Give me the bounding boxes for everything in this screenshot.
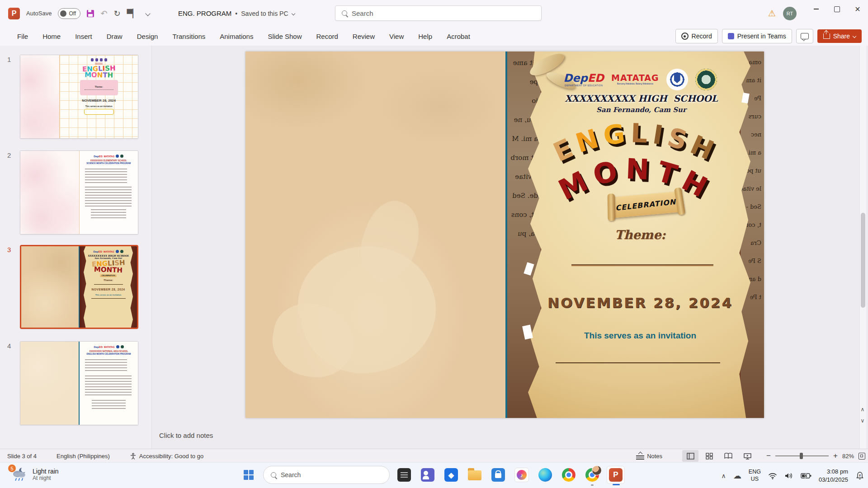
- slide-1-number: 1: [7, 56, 11, 63]
- thumb3-invite: This serves as an invitation: [95, 294, 121, 296]
- toggle-knob-icon: [60, 10, 66, 17]
- document-title-group[interactable]: ENG. PROGRAM • Saved to this PC: [178, 9, 295, 17]
- ribbon-tab-slide-show[interactable]: Slide Show: [260, 27, 309, 46]
- ribbon-tab-draw[interactable]: Draw: [99, 27, 130, 46]
- restore-button[interactable]: [826, 0, 847, 18]
- autosave-toggle[interactable]: Off: [58, 8, 80, 19]
- invitation-text[interactable]: This serves as an invitation: [543, 331, 737, 341]
- ribbon-tab-view[interactable]: View: [382, 27, 411, 46]
- ribbon-tab-insert[interactable]: Insert: [68, 27, 99, 46]
- start-slideshow-icon[interactable]: ▀▏: [127, 9, 139, 19]
- reading-view-button[interactable]: [720, 450, 736, 462]
- minimize-button[interactable]: [806, 0, 826, 18]
- terminal-app-icon[interactable]: [395, 466, 413, 484]
- slide-position[interactable]: Slide 3 of 4: [7, 453, 37, 460]
- signature-blank-line[interactable]: [556, 362, 720, 363]
- powerpoint-taskbar-icon-active[interactable]: P: [607, 466, 625, 484]
- zoom-in-button[interactable]: +: [833, 451, 838, 460]
- slide-right-page[interactable]: sit amepeiorcu, nea mi. Mnt morbe vitaed…: [507, 52, 764, 418]
- chrome-browser-icon[interactable]: [560, 466, 578, 484]
- ribbon-tab-home[interactable]: Home: [35, 27, 68, 46]
- weather-time: At night: [33, 475, 59, 481]
- account-avatar[interactable]: RT: [783, 7, 797, 20]
- battery-charging-icon[interactable]: [801, 473, 811, 479]
- clock-widget[interactable]: 3:08 pm 03/10/2025: [819, 468, 848, 483]
- share-button[interactable]: Share: [817, 29, 862, 43]
- slide-thumbnail-3-selected[interactable]: DepEDMATATAG XXXXXXXXXX HIGH SCHOOL San …: [20, 245, 138, 329]
- fit-slide-to-window-button[interactable]: [859, 453, 865, 460]
- warning-icon[interactable]: ⚠: [768, 8, 776, 19]
- ribbon-tab-bar: FileHomeInsertDrawDesignTransitionsAnima…: [0, 27, 868, 46]
- event-date-text[interactable]: NOVEMBER 28, 2024: [534, 295, 746, 311]
- school-location-text[interactable]: San Fernando, Cam Sur: [543, 106, 739, 114]
- language-status[interactable]: English (Philippines): [57, 453, 110, 460]
- ribbon-tab-transitions[interactable]: Transitions: [165, 27, 212, 46]
- slide-thumbnail-2[interactable]: DepEDMATATAG XXXXXXXXX ELEMENTARY SCHOOL…: [20, 150, 138, 235]
- record-button[interactable]: Record: [675, 29, 718, 43]
- ribbon-tab-file[interactable]: File: [10, 27, 35, 46]
- slide-thumbnail-1[interactable]: ▒▒▒▒▒▒ ENGLISH MONTH Theme: NOVEMBER 28,…: [20, 55, 138, 139]
- teams-icon: [728, 33, 734, 39]
- slide-thumbnail-4[interactable]: DepEDMATATAG XXXXXXXXX NATIONAL HIGH SCH…: [20, 341, 138, 425]
- search-box[interactable]: Search: [335, 5, 542, 21]
- weather-widget[interactable]: 5 Light rain At night: [10, 465, 59, 483]
- slide-sorter-view-button[interactable]: [701, 450, 717, 462]
- show-hidden-icons-chevron[interactable]: ∧: [722, 472, 726, 479]
- tray-date: 03/10/2025: [819, 476, 848, 484]
- zoom-slider-thumb[interactable]: [800, 453, 803, 459]
- save-icon[interactable]: [87, 10, 94, 17]
- restore-icon: [834, 6, 840, 12]
- notifications-dnd-bell-icon[interactable]: z: [855, 471, 864, 480]
- language-switcher[interactable]: ENGUS: [749, 469, 761, 483]
- dropbox-app-icon[interactable]: ◆: [442, 466, 460, 484]
- normal-view-button[interactable]: [682, 450, 698, 462]
- teams-app-icon[interactable]: [419, 466, 437, 484]
- volume-icon[interactable]: [784, 472, 793, 479]
- slide-editing-canvas[interactable]: sit amepeiorcu, nea mi. Mnt morbe vitaed…: [152, 46, 868, 449]
- taskbar-search-box[interactable]: Search: [263, 466, 390, 484]
- slide-left-page[interactable]: [245, 52, 505, 418]
- notes-placeholder[interactable]: Click to add notes: [159, 432, 213, 439]
- redo-icon[interactable]: ↻: [113, 9, 120, 19]
- onedrive-cloud-icon[interactable]: ☁: [733, 471, 741, 481]
- zoom-level[interactable]: 82%: [842, 453, 854, 460]
- thumb3-title-month: MONTH: [94, 266, 123, 273]
- theme-label[interactable]: Theme:: [543, 228, 737, 242]
- ribbon-tab-animations[interactable]: Animations: [212, 27, 260, 46]
- close-button[interactable]: ✕: [847, 0, 868, 18]
- svg-text:z: z: [859, 474, 861, 477]
- edge-browser-icon[interactable]: [536, 466, 554, 484]
- wifi-icon[interactable]: [768, 472, 777, 479]
- zoom-out-button[interactable]: −: [766, 451, 771, 460]
- next-slide-button[interactable]: ∨: [859, 416, 866, 425]
- school-name-text[interactable]: XXXXXXXXXX HIGH SCHOOL: [543, 93, 739, 104]
- record-label: Record: [692, 33, 712, 40]
- ribbon-tab-review[interactable]: Review: [345, 27, 382, 46]
- present-in-teams-button[interactable]: Present in Teams: [722, 29, 792, 43]
- chrome-profile-icon[interactable]: [583, 466, 601, 484]
- start-button[interactable]: [240, 466, 258, 484]
- notes-toggle-button[interactable]: Notes: [632, 451, 666, 461]
- ribbon-tab-help[interactable]: Help: [411, 27, 439, 46]
- powerpoint-app-icon[interactable]: P: [8, 8, 20, 19]
- previous-slide-button[interactable]: ∧: [859, 405, 866, 414]
- comments-button[interactable]: [796, 29, 813, 43]
- zoom-slider[interactable]: [775, 455, 829, 456]
- microsoft-store-icon[interactable]: [489, 466, 507, 484]
- ribbon-tab-acrobat[interactable]: Acrobat: [439, 27, 477, 46]
- undo-icon[interactable]: ↶: [100, 9, 107, 19]
- slide-3-editing-surface[interactable]: sit amepeiorcu, nea mi. Mnt morbe vitaed…: [245, 52, 764, 418]
- customize-qat-chevron-icon[interactable]: [146, 11, 151, 16]
- ribbon-tab-design[interactable]: Design: [130, 27, 165, 46]
- vertical-scrollbar[interactable]: [859, 46, 866, 449]
- media-app-icon[interactable]: ♪: [513, 466, 531, 484]
- theme-blank-line[interactable]: [571, 264, 713, 266]
- accessibility-status[interactable]: Accessibility: Good to go: [130, 453, 203, 460]
- slideshow-view-button[interactable]: [739, 450, 755, 462]
- ribbon-tab-record[interactable]: Record: [309, 27, 345, 46]
- scrollbar-thumb[interactable]: [861, 213, 865, 308]
- search-icon: [342, 10, 347, 16]
- share-chevron-icon: [853, 34, 856, 38]
- logo-row[interactable]: DepED DEPARTMENT OF EDUCATION MATATAG Ba…: [543, 67, 737, 92]
- file-explorer-icon[interactable]: [466, 466, 484, 484]
